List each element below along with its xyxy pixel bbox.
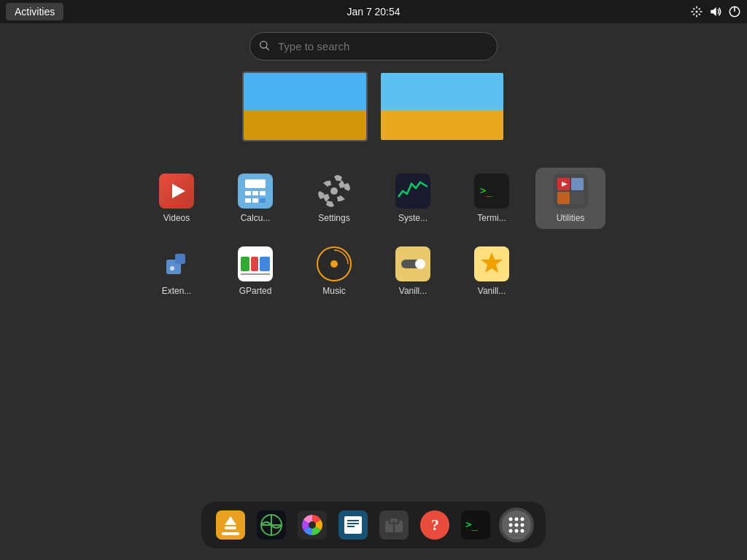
dock-color-picker[interactable] (295, 508, 330, 542)
search-input[interactable] (249, 32, 498, 61)
svg-point-16 (330, 187, 338, 195)
svg-point-65 (509, 518, 513, 521)
dock-installer[interactable] (213, 508, 248, 542)
app-vanilla-tweaks-label: Vanill... (478, 286, 506, 296)
app-music-label: Music (322, 286, 345, 296)
svg-text:>_: >_ (465, 518, 478, 531)
svg-rect-17 (395, 174, 430, 209)
dock: ? >_ (201, 502, 546, 548)
app-system-monitor-label: Syste... (398, 213, 427, 223)
svg-rect-13 (245, 198, 251, 203)
app-music[interactable]: Music (299, 241, 369, 302)
svg-rect-27 (175, 254, 185, 264)
app-gparted-label: GParted (239, 286, 272, 296)
app-utilities-label: Utilities (557, 213, 585, 223)
svg-point-70 (521, 524, 525, 527)
app-videos[interactable]: Videos (142, 168, 212, 229)
app-extensions[interactable]: Exten... (142, 241, 212, 302)
svg-rect-9 (245, 179, 266, 188)
svg-rect-22 (571, 178, 584, 190)
search-icon (258, 39, 270, 54)
svg-rect-11 (252, 191, 258, 195)
dock-show-apps[interactable] (499, 508, 534, 542)
svg-point-72 (515, 529, 519, 533)
app-grid: Videos Calcu... (140, 168, 607, 302)
svg-line-5 (266, 47, 269, 50)
dock-browser[interactable] (254, 508, 289, 542)
svg-rect-44 (222, 532, 239, 535)
search-container (249, 32, 498, 61)
svg-point-73 (521, 529, 525, 533)
app-vanilla-tweaks-settings-label: Vanill... (399, 286, 427, 296)
app-videos-label: Videos (163, 213, 190, 223)
app-gparted[interactable]: GParted (220, 241, 290, 302)
svg-point-28 (170, 266, 174, 271)
svg-point-4 (260, 41, 267, 47)
svg-rect-32 (260, 257, 270, 271)
svg-point-67 (521, 518, 525, 521)
svg-rect-30 (241, 257, 249, 271)
app-calculator[interactable]: Calcu... (220, 168, 290, 229)
workspace-2[interactable] (379, 71, 505, 141)
app-settings[interactable]: Settings (299, 168, 369, 229)
svg-rect-14 (252, 198, 258, 203)
volume-icon[interactable] (709, 5, 722, 18)
app-terminal[interactable]: >_ Termi... (457, 168, 527, 229)
app-settings-label: Settings (318, 213, 349, 223)
activities-button[interactable]: Activities (6, 3, 63, 20)
svg-point-0 (696, 11, 698, 13)
svg-rect-12 (260, 191, 266, 195)
svg-rect-24 (571, 192, 584, 204)
dock-text-editor[interactable] (336, 508, 371, 542)
svg-rect-43 (225, 526, 236, 529)
app-system-monitor[interactable]: Syste... (378, 168, 448, 229)
app-extensions-label: Exten... (162, 286, 192, 296)
clock: Jan 7 20:54 (347, 6, 400, 18)
network-icon[interactable] (690, 5, 703, 18)
app-terminal-label: Termi... (477, 213, 506, 223)
system-icons (690, 5, 741, 18)
app-calculator-label: Calcu... (241, 213, 271, 223)
svg-rect-23 (557, 192, 570, 204)
svg-point-38 (415, 259, 425, 269)
svg-point-68 (509, 524, 513, 527)
svg-point-69 (515, 524, 519, 527)
svg-marker-1 (711, 7, 716, 16)
svg-point-50 (309, 521, 316, 529)
svg-point-71 (509, 529, 513, 533)
svg-text:>_: >_ (480, 184, 492, 197)
workspace-1[interactable] (242, 71, 368, 141)
svg-text:?: ? (431, 516, 439, 534)
topbar: Activities Jan 7 20:54 (0, 0, 747, 23)
app-utilities[interactable]: Utilities (535, 168, 605, 229)
svg-point-66 (515, 518, 519, 521)
app-vanilla-tweaks-settings[interactable]: Vanill... (378, 241, 448, 302)
app-vanilla-tweaks[interactable]: Vanill... (457, 241, 527, 302)
svg-point-35 (330, 260, 338, 268)
svg-rect-52 (344, 516, 362, 534)
svg-rect-31 (251, 257, 258, 271)
dock-toolbox[interactable] (376, 508, 411, 542)
svg-rect-10 (245, 191, 251, 195)
power-icon[interactable] (728, 5, 741, 18)
workspaces (242, 71, 505, 141)
dock-help[interactable]: ? (417, 508, 452, 542)
dock-terminal[interactable]: >_ (458, 508, 493, 542)
svg-rect-15 (260, 198, 266, 203)
